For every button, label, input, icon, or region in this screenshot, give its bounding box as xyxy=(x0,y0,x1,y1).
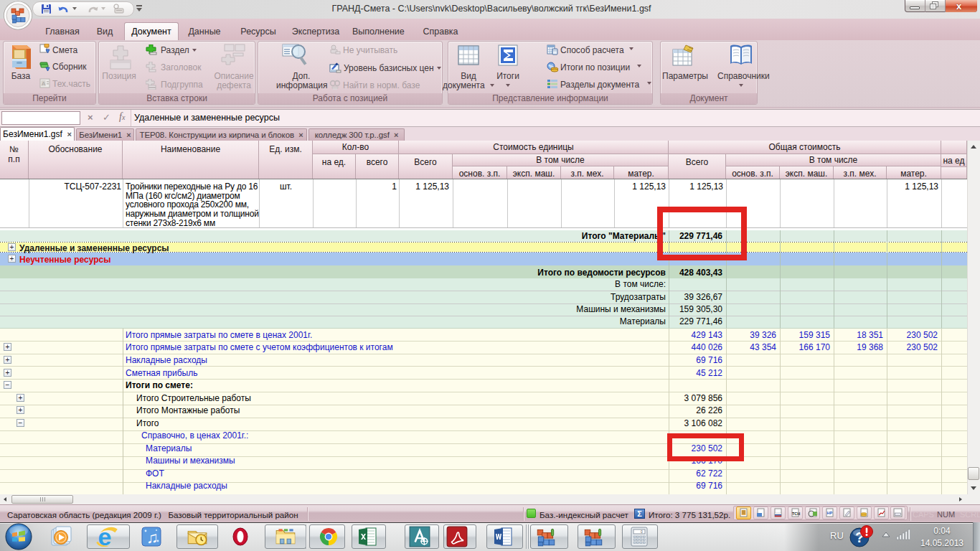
svg-text:0: 0 xyxy=(641,529,643,534)
svg-text:A: A xyxy=(42,80,46,87)
svg-text:♫: ♫ xyxy=(146,529,159,547)
svg-text:ТСН: ТСН xyxy=(792,512,800,516)
svg-text:НР: НР xyxy=(827,511,833,515)
